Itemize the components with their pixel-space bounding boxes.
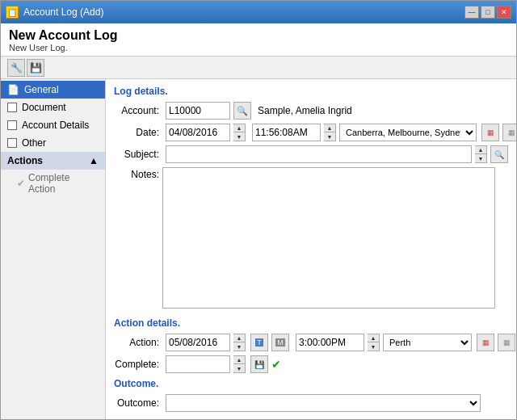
account-label: Account: <box>114 105 162 116</box>
action-time-up[interactable]: ▲ <box>368 334 379 342</box>
action-date-down[interactable]: ▼ <box>233 342 245 351</box>
action-date-up[interactable]: ▲ <box>233 334 245 342</box>
date-label: Date: <box>114 127 162 138</box>
action-time-spinner: ▲ ▼ <box>368 334 380 351</box>
account-lookup-button[interactable]: 🔍 <box>233 102 251 120</box>
general-icon: 📄 <box>7 84 19 95</box>
complete-up[interactable]: ▲ <box>233 356 245 364</box>
action-cal-icon1[interactable]: T <box>250 334 268 351</box>
complete-checkmark-icon: ✔ <box>271 358 281 371</box>
time-spinner: ▲ ▼ <box>324 124 336 141</box>
action-cal-icon2[interactable]: M <box>271 334 289 351</box>
complete-floppy-icon: 💾 <box>254 360 264 369</box>
action-details-title: Action details. <box>114 317 508 329</box>
action-details-section: Action details. Action: ▲ ▼ T M <box>114 317 508 373</box>
window-header: New Account Log New User Log. <box>1 23 516 57</box>
tz-icon1[interactable]: ▦ <box>481 124 499 141</box>
wrench-button[interactable]: 🔧 <box>7 59 25 77</box>
actions-chevron-icon: ▲ <box>89 155 99 166</box>
action-tz-grid-icon: ▦ <box>503 338 511 346</box>
subject-lookup-icon: 🔍 <box>494 150 504 159</box>
sidebar-item-other[interactable]: Other <box>1 134 105 152</box>
notes-label: Notes: <box>114 167 162 180</box>
account-input[interactable] <box>166 102 230 120</box>
date-spinner: ▲ ▼ <box>233 124 246 141</box>
time-input[interactable] <box>252 124 321 141</box>
subject-label: Subject: <box>114 149 162 160</box>
window-title: Account Log (Add) <box>23 6 464 18</box>
date-up-arrow[interactable]: ▲ <box>233 124 245 132</box>
complete-down[interactable]: ▼ <box>233 364 245 372</box>
wrench-icon: 🔧 <box>11 62 23 74</box>
grid-small-icon: ▦ <box>508 128 515 136</box>
subject-row: Subject: ▲ ▼ 🔍 <box>114 145 508 163</box>
page-title: New Account Log <box>9 28 508 43</box>
main-content: 📄 General Document Account Details Other… <box>1 79 516 419</box>
subject-down-arrow[interactable]: ▼ <box>475 154 486 162</box>
action-row: Action: ▲ ▼ T M ▲ ▼ <box>114 334 508 351</box>
action-label: Action: <box>114 337 162 348</box>
subject-input[interactable] <box>166 145 472 163</box>
timezone-select[interactable]: Canberra, Melbourne, Sydney Perth Adelai… <box>339 124 477 141</box>
outcome-label: Outcome: <box>114 397 162 409</box>
action-t-icon: T <box>255 338 263 346</box>
sidebar-label-other: Other <box>22 137 46 149</box>
account-name: Sample, Amelia Ingrid <box>258 105 352 116</box>
minimize-button[interactable]: — <box>464 6 479 19</box>
window-controls: — □ ✕ <box>464 6 511 19</box>
document-checkbox <box>7 103 17 112</box>
date-input[interactable] <box>166 124 230 141</box>
subject-up-arrow[interactable]: ▲ <box>475 146 486 154</box>
notes-container <box>162 167 508 311</box>
outcome-row: Outcome: <box>114 394 508 412</box>
save-button[interactable]: 💾 <box>27 59 44 77</box>
sidebar-item-document[interactable]: Document <box>1 99 105 116</box>
checkmark-icon: ✔ <box>17 178 25 189</box>
time-down-arrow[interactable]: ▼ <box>324 132 335 141</box>
save-icon: 💾 <box>30 62 42 74</box>
close-button[interactable]: ✕ <box>497 6 511 19</box>
window-icon: 📋 <box>6 6 19 19</box>
account-row: Account: 🔍 Sample, Amelia Ingrid <box>114 102 508 120</box>
calendar-small-icon: ▦ <box>487 128 494 136</box>
sidebar-item-general[interactable]: 📄 General <box>1 81 105 99</box>
tz-icon2[interactable]: ▦ <box>502 124 516 141</box>
title-bar: 📋 Account Log (Add) — □ ✕ <box>1 1 516 23</box>
action-date-input[interactable] <box>166 334 230 351</box>
complete-row: Complete: ▲ ▼ 💾 ✔ <box>114 355 508 373</box>
sidebar: 📄 General Document Account Details Other… <box>1 79 106 419</box>
action-timezone-select[interactable]: Perth Canberra, Melbourne, Sydney <box>383 334 472 351</box>
actions-section-header: Actions ▲ <box>1 152 105 170</box>
actions-label: Actions <box>7 155 43 166</box>
maximize-button[interactable]: □ <box>481 6 495 19</box>
sidebar-label-account-details: Account Details <box>22 120 89 131</box>
lookup-icon: 🔍 <box>237 106 248 116</box>
sidebar-item-account-details[interactable]: Account Details <box>1 116 105 134</box>
form-area: Log details. Account: 🔍 Sample, Amelia I… <box>106 79 516 419</box>
sidebar-label-document: Document <box>22 102 66 113</box>
outcome-title: Outcome. <box>114 378 508 389</box>
complete-icon-btn[interactable]: 💾 <box>250 355 268 373</box>
outcome-select[interactable] <box>166 394 481 412</box>
notes-row: Notes: <box>114 167 508 311</box>
log-details-title: Log details. <box>114 86 508 97</box>
date-down-arrow[interactable]: ▼ <box>233 132 245 141</box>
toolbar: 🔧 💾 <box>1 57 516 79</box>
notes-textarea[interactable] <box>162 167 495 309</box>
complete-input[interactable] <box>166 355 230 373</box>
subject-lookup-button[interactable]: 🔍 <box>490 145 508 163</box>
action-tz-icon1[interactable]: ▦ <box>477 334 494 351</box>
other-checkbox <box>7 138 17 148</box>
action-date-spinner: ▲ ▼ <box>233 334 246 351</box>
sidebar-item-complete-action[interactable]: ✔ Complete Action <box>1 170 105 197</box>
complete-spinner: ▲ ▼ <box>233 355 246 373</box>
main-window: 📋 Account Log (Add) — □ ✕ New Account Lo… <box>0 0 517 420</box>
time-up-arrow[interactable]: ▲ <box>324 124 335 132</box>
action-time-input[interactable] <box>296 334 364 351</box>
action-m-icon: M <box>275 338 285 346</box>
outcome-section: Outcome. Outcome: <box>114 378 508 412</box>
action-time-down[interactable]: ▼ <box>368 342 379 351</box>
date-row: Date: ▲ ▼ ▲ ▼ Canberra, Melbourne, Sydne… <box>114 124 508 141</box>
action-tz-icon2[interactable]: ▦ <box>498 334 515 351</box>
action-tz-cal-icon: ▦ <box>482 338 490 346</box>
